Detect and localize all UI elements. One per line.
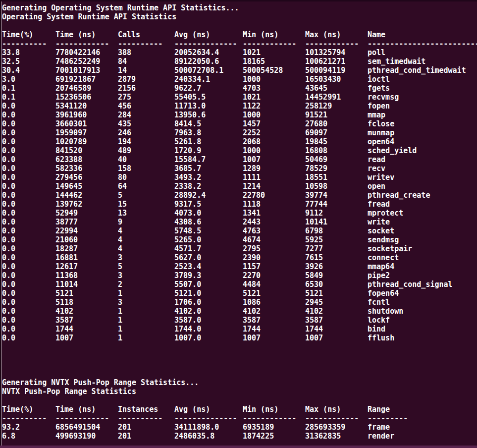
table-separator-row-cell: ---------- bbox=[2, 414, 55, 423]
table-row-cell: 43645 bbox=[305, 84, 368, 93]
table-row-cell: 11713.0 bbox=[174, 102, 243, 111]
table-separator-row-cell: ---------- bbox=[2, 39, 55, 48]
table-row-cell: 0.0 bbox=[2, 316, 55, 325]
table-row-cell: 3 bbox=[118, 253, 174, 262]
table-separator-row: ----------------------------------------… bbox=[2, 39, 477, 48]
table-row-cell: 1021 bbox=[243, 93, 305, 102]
table-row-cell: 1122 bbox=[243, 102, 305, 111]
table-row-cell: 1007 bbox=[55, 334, 118, 342]
table-row-cell: open64 bbox=[368, 137, 477, 146]
table-row-cell: 4484 bbox=[243, 280, 305, 289]
table-row-cell: 240334.1 bbox=[174, 75, 243, 84]
table-row-cell: 0.1 bbox=[2, 84, 55, 93]
table-row-cell: 19845 bbox=[305, 137, 368, 146]
table-row-cell: socket bbox=[368, 226, 477, 235]
table-row-cell: 5261.8 bbox=[174, 137, 243, 146]
table-row-cell: 2795 bbox=[243, 244, 305, 253]
table-row-cell: 16808 bbox=[305, 146, 368, 155]
table-row-cell: 0.0 bbox=[2, 334, 55, 342]
window-top-edge bbox=[0, 0, 477, 1]
table-row-cell: read bbox=[368, 155, 477, 164]
table-row-cell: 5507.0 bbox=[174, 280, 243, 289]
table-row-cell: 15584.7 bbox=[174, 155, 243, 164]
table-row-cell: 279456 bbox=[55, 173, 118, 182]
table-row-cell: 0.0 bbox=[2, 235, 55, 244]
table-row-cell: 623388 bbox=[55, 155, 118, 164]
table-header-row-cell: Calls bbox=[118, 30, 174, 39]
table-row-cell: 6935189 bbox=[243, 423, 305, 432]
table-row-cell: 16503430 bbox=[305, 75, 368, 84]
table-row-cell: 4102 bbox=[305, 307, 368, 316]
table-row: 0.036603014358414.5145727680fclose bbox=[2, 119, 477, 128]
table-row-cell: 89122050.6 bbox=[174, 57, 243, 66]
table-row-cell: fread bbox=[368, 200, 477, 209]
window-left-edge-highlight bbox=[1, 1, 1, 446]
table-row-cell: 7780422146 bbox=[55, 48, 118, 57]
table-row-cell: 30.4 bbox=[2, 66, 55, 75]
table-row-cell: 3587 bbox=[305, 316, 368, 325]
table-row-cell: 2879 bbox=[118, 75, 174, 84]
table-row-cell: mmap bbox=[368, 111, 477, 119]
table-row-cell: fcntl bbox=[368, 298, 477, 307]
table-row-cell: 6798 bbox=[305, 226, 368, 235]
table-row: 0.01261752523.411573926mmap64 bbox=[2, 262, 477, 271]
table-row-cell: 69097 bbox=[305, 128, 368, 137]
table-row-cell: 10141 bbox=[305, 218, 368, 226]
table-row-cell: 3685.7 bbox=[174, 164, 243, 173]
table-row-cell: 18551 bbox=[305, 173, 368, 182]
table-row-cell: 0.0 bbox=[2, 191, 55, 200]
table-row-cell: 5 bbox=[118, 191, 174, 200]
generating-status-line: Generating NVTX Push-Pop Range Statistic… bbox=[2, 378, 477, 387]
table-row-cell: 0.0 bbox=[2, 226, 55, 235]
table-row-cell: 18287 bbox=[55, 244, 118, 253]
table-separator-row-cell: --------- bbox=[368, 414, 477, 423]
table-row-cell: 139762 bbox=[55, 200, 118, 209]
table-row: 3.06919218672879240334.1100016503430ioct… bbox=[2, 75, 477, 84]
table-row: 0.05823361583685.7128978529recv bbox=[2, 164, 477, 173]
desktop-bottom-strip bbox=[0, 446, 477, 448]
table-row-cell: 1744 bbox=[55, 325, 118, 334]
table-row-cell: mprotect bbox=[368, 209, 477, 218]
terminal-window[interactable]: Generating Operating System Runtime API … bbox=[0, 0, 477, 448]
table-row-cell: 7963.8 bbox=[174, 128, 243, 137]
table-row: 0.01688135627.023907615connect bbox=[2, 253, 477, 262]
table-row-cell: 12617 bbox=[55, 262, 118, 271]
table-row-cell: 1000 bbox=[243, 75, 305, 84]
table-header-row-cell: Time (ns) bbox=[55, 405, 118, 414]
blank-line bbox=[2, 21, 477, 30]
table-row-cell: 0.0 bbox=[2, 182, 55, 191]
table-row-cell: 34111898.0 bbox=[174, 423, 243, 432]
table-row-cell: bind bbox=[368, 325, 477, 334]
table-row-cell: 0.0 bbox=[2, 271, 55, 280]
table-row: 0.0534112045611713.01122258129fopen bbox=[2, 102, 477, 111]
table-row-cell: 33.8 bbox=[2, 48, 55, 57]
table-row-cell: 3.0 bbox=[2, 75, 55, 84]
blank-line bbox=[2, 360, 477, 369]
table-row-cell: 500094119 bbox=[305, 66, 368, 75]
table-row: 0.019590972467963.8225269097munmap bbox=[2, 128, 477, 137]
table-header-row-cell: Avg (ns) bbox=[174, 30, 243, 39]
table-separator-row-cell: ------------ bbox=[243, 39, 305, 48]
table-separator-row: ----------------------------------------… bbox=[2, 414, 477, 423]
table-row-cell: 2390 bbox=[243, 253, 305, 262]
table-separator-row-cell: ---------- bbox=[118, 39, 174, 48]
table-row-cell: 1007 bbox=[305, 334, 368, 342]
table-separator-row-cell: -------------- bbox=[174, 414, 243, 423]
table-row-cell: 1214 bbox=[243, 182, 305, 191]
table-row-cell: 1341 bbox=[243, 209, 305, 218]
table-row-cell: 27680 bbox=[305, 119, 368, 128]
table-row-cell: 456 bbox=[118, 102, 174, 111]
table-row-cell: 0.0 bbox=[2, 307, 55, 316]
table-row-cell: 582336 bbox=[55, 164, 118, 173]
table-row-cell: 7486252249 bbox=[55, 57, 118, 66]
table-row-cell: ioctl bbox=[368, 75, 477, 84]
table-row-cell: 500054528 bbox=[243, 66, 305, 75]
table-header-row-cell: Instances bbox=[118, 405, 174, 414]
table-row: 0.03877794308.6244310141write bbox=[2, 218, 477, 226]
table-header-row-cell: Time(%) bbox=[2, 30, 55, 39]
table-row-cell: 80 bbox=[118, 173, 174, 182]
table-row-cell: 5118 bbox=[55, 298, 118, 307]
table-row-cell: 1744 bbox=[305, 325, 368, 334]
table-row-cell: 14452991 bbox=[305, 93, 368, 102]
table-row-cell: 3926 bbox=[305, 262, 368, 271]
